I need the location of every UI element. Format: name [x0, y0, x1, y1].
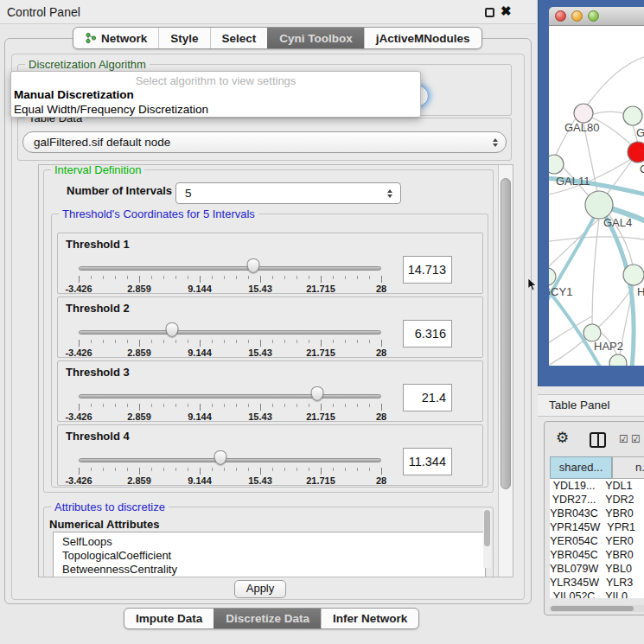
- slider-handle[interactable]: [247, 258, 260, 273]
- checkbox-icon[interactable]: ☑: [619, 433, 628, 445]
- table-row[interactable]: YBR043CYBR0: [550, 507, 644, 520]
- tab-cyni-toolbox[interactable]: Cyni Toolbox: [267, 28, 364, 48]
- threshold-value-field[interactable]: 21.4: [403, 384, 452, 411]
- tab-jactivemnodules[interactable]: jActiveMNodules: [364, 28, 481, 48]
- table-cell[interactable]: YER0: [598, 534, 644, 548]
- number-of-intervals-combobox[interactable]: 5: [175, 182, 401, 204]
- tick-mark: [284, 404, 285, 407]
- table-horizontal-scrollbar[interactable]: [550, 605, 644, 612]
- table-cell[interactable]: YLR345W: [550, 576, 599, 590]
- node-red-selected[interactable]: [628, 142, 644, 163]
- tick-mark: [369, 404, 370, 407]
- close-icon[interactable]: ✖: [501, 3, 512, 19]
- threshold-value-field[interactable]: 6.316: [403, 320, 452, 348]
- table-row[interactable]: YIL052CYIL0: [550, 590, 644, 598]
- node-gal80[interactable]: [574, 104, 593, 123]
- slider-handle[interactable]: [311, 386, 324, 401]
- table-cell[interactable]: YBR0: [598, 507, 644, 520]
- table-cell[interactable]: YPR1: [600, 520, 644, 534]
- slider-track[interactable]: [79, 458, 381, 462]
- float-window-icon[interactable]: [485, 8, 494, 17]
- scrollbar-thumb[interactable]: [501, 178, 511, 489]
- scrollbar-thumb[interactable]: [551, 606, 634, 611]
- threshold-value-field[interactable]: 11.344: [403, 448, 452, 475]
- tab-infer-network[interactable]: Infer Network: [321, 609, 418, 628]
- group-title: Attributes to discretize: [51, 501, 169, 513]
- table-cell[interactable]: YBL0: [598, 562, 644, 576]
- tick-mark: [188, 468, 188, 471]
- tick-label: -3.426: [65, 284, 92, 294]
- tab-select[interactable]: Select: [210, 28, 268, 48]
- tick-mark: [333, 404, 334, 407]
- slider-handle[interactable]: [166, 322, 179, 337]
- minimize-traffic-light[interactable]: [571, 10, 583, 22]
- table-cell[interactable]: YBR045C: [550, 548, 598, 562]
- tab-impute-data[interactable]: Impute Data: [124, 609, 214, 628]
- table-cell[interactable]: YBR043C: [550, 507, 598, 520]
- columns-icon[interactable]: [590, 432, 606, 448]
- threshold-value-field[interactable]: 14.713: [403, 256, 452, 284]
- table-cell[interactable]: YBL079W: [550, 562, 598, 576]
- table-cell[interactable]: YBR0: [598, 548, 644, 562]
- table-cell[interactable]: YER054C: [550, 534, 598, 548]
- settings-viewport: Interval Definition Number of Intervals …: [39, 165, 499, 577]
- checkbox-icon[interactable]: ☑: [631, 433, 641, 445]
- tab-network[interactable]: Network: [73, 28, 158, 48]
- table-cell[interactable]: YDL1: [598, 479, 644, 493]
- tick-mark: [91, 404, 92, 407]
- close-traffic-light[interactable]: [555, 10, 566, 22]
- table-row[interactable]: YDR27...YDR2: [550, 493, 644, 507]
- table-row[interactable]: YER054CYER0: [550, 534, 644, 548]
- tab-discretize-data[interactable]: Discretize Data: [214, 609, 321, 628]
- scrollbar-thumb[interactable]: [484, 510, 490, 546]
- column-header-shared[interactable]: shared...: [550, 456, 612, 479]
- slider-track[interactable]: [79, 394, 381, 399]
- network-canvas[interactable]: GAL80 G C GAL11 GAL4 GCY1 H HAP2: [549, 26, 644, 366]
- node-gcy1[interactable]: [549, 268, 556, 285]
- apply-button[interactable]: Apply: [234, 580, 286, 598]
- node-h[interactable]: [623, 265, 644, 285]
- attribute-list[interactable]: SelfLoopsTopologicalCoefficientBetweenne…: [53, 532, 486, 577]
- slider-handle[interactable]: [214, 450, 227, 465]
- tick-mark: [248, 276, 249, 279]
- table-cell[interactable]: YIL0: [598, 590, 644, 598]
- gear-icon[interactable]: ⚙: [556, 430, 569, 447]
- node-gal11[interactable]: [549, 155, 564, 174]
- tick-mark: [91, 276, 92, 279]
- node-hap2[interactable]: [583, 324, 601, 341]
- slider-track[interactable]: [79, 330, 381, 335]
- menu-item-equal-width-frequency[interactable]: Equal Width/Frequency Discretization: [14, 103, 208, 116]
- table-cell[interactable]: YLR3: [599, 576, 644, 590]
- table-cell[interactable]: YPR145W: [550, 520, 600, 534]
- threshold-slider[interactable]: -3.4262.8599.14415.4321.71528: [79, 446, 381, 484]
- table-data-combobox[interactable]: galFiltered.sif default node: [22, 131, 507, 153]
- table-cell[interactable]: YDR2: [598, 493, 644, 507]
- table-cell[interactable]: YIL052C: [550, 590, 598, 598]
- table-row[interactable]: YLR345WYLR3: [550, 576, 644, 590]
- attribute-list-scrollbar[interactable]: [483, 509, 491, 568]
- table-cell[interactable]: YDL19...: [550, 479, 598, 493]
- node-gal4[interactable]: [585, 191, 613, 219]
- tick-label: -3.426: [65, 475, 92, 486]
- table-row[interactable]: YPR145WYPR1: [550, 520, 644, 534]
- threshold-slider[interactable]: -3.4262.8599.14415.4321.71528: [79, 254, 381, 292]
- tick-mark: [321, 404, 322, 411]
- threshold-slider[interactable]: -3.4262.8599.14415.4321.71528: [79, 318, 381, 356]
- table-row[interactable]: YBL079WYBL0: [550, 562, 644, 576]
- list-item[interactable]: BetweennessCentrality: [54, 563, 485, 577]
- node-top-right[interactable]: [623, 106, 642, 125]
- column-header-name[interactable]: n...: [612, 456, 644, 479]
- settings-scrollbar[interactable]: [498, 165, 513, 577]
- table-row[interactable]: YBR045CYBR0: [550, 548, 644, 562]
- menu-item-manual-discretization[interactable]: Manual Discretization: [14, 88, 134, 101]
- table-cell[interactable]: YDR27...: [550, 493, 598, 507]
- network-window-titlebar[interactable]: [549, 7, 644, 26]
- slider-track[interactable]: [79, 266, 381, 271]
- tab-style[interactable]: Style: [158, 28, 209, 48]
- zoom-traffic-light[interactable]: [588, 10, 599, 22]
- list-item[interactable]: TopologicalCoefficient: [54, 549, 485, 563]
- threshold-slider[interactable]: -3.4262.8599.14415.4321.71528: [79, 382, 381, 420]
- table-row[interactable]: YDL19...YDL1: [550, 479, 644, 493]
- node-bottom-partial[interactable]: [609, 354, 627, 366]
- list-item[interactable]: SelfLoops: [54, 535, 485, 549]
